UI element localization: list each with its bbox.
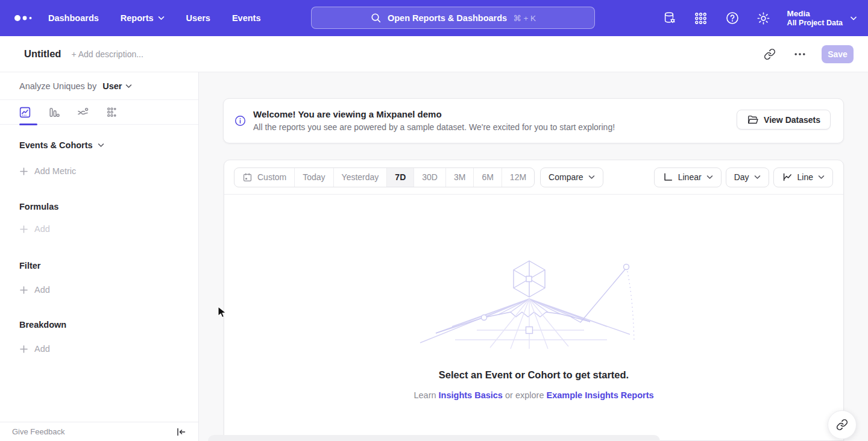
more-options-icon[interactable] (791, 46, 808, 63)
tab-flows[interactable] (75, 104, 90, 120)
search-icon (370, 12, 382, 23)
chevron-down-icon (125, 84, 132, 89)
sidebar-footer: Give Feedback (0, 422, 199, 441)
add-metric-button[interactable]: Add Metric (0, 166, 198, 176)
range-custom[interactable]: Custom (234, 168, 294, 187)
chart-toolbar: Custom Today Yesterday 7D 30D 3M 6M 12M … (224, 160, 843, 195)
tab-bar-chart[interactable] (46, 104, 61, 120)
line-chart-icon (782, 172, 793, 183)
active-tab-indicator (19, 124, 37, 125)
empty-state-subtext: Learn Insights Basics or explore Example… (224, 390, 844, 400)
plus-icon (20, 286, 28, 294)
chevron-down-icon (98, 143, 104, 148)
formulas-label: Formulas (0, 202, 198, 211)
empty-state-headline: Select an Event or Cohort to get started… (224, 369, 844, 381)
range-7d[interactable]: 7D (386, 168, 414, 187)
project-name: Media (787, 8, 843, 19)
welcome-banner: Welcome! You are viewing a Mixpanel demo… (223, 98, 844, 143)
tab-retention-grid[interactable] (104, 104, 119, 120)
add-formula-button[interactable]: Add (0, 224, 198, 234)
nav-item-events[interactable]: Events (232, 13, 261, 23)
global-search-bar[interactable]: Open Reports & Dashboards ⌘ + K (311, 7, 595, 29)
report-header: Untitled + Add description... Save (0, 36, 868, 72)
give-feedback-link[interactable]: Give Feedback (12, 427, 64, 436)
query-builder-sidebar: Analyze Uniques by User (0, 72, 199, 441)
analyze-by-dropdown[interactable]: User (102, 81, 132, 91)
nav-item-reports[interactable]: Reports (121, 13, 165, 23)
add-breakdown-button[interactable]: Add (0, 344, 198, 354)
report-title[interactable]: Untitled (24, 48, 61, 60)
analyze-uniques-label: Analyze Uniques by (19, 81, 96, 91)
data-management-icon[interactable] (662, 10, 678, 26)
view-datasets-button[interactable]: View Datasets (737, 110, 831, 130)
range-12m[interactable]: 12M (502, 168, 534, 187)
range-today[interactable]: Today (294, 168, 333, 187)
floating-copy-link-button[interactable] (828, 410, 857, 439)
project-scope: All Project Data (787, 19, 843, 28)
range-30d[interactable]: 30D (414, 168, 445, 187)
compare-dropdown[interactable]: Compare (540, 167, 603, 187)
events-cohorts-section-header[interactable]: Events & Cohorts (0, 140, 198, 150)
settings-gear-icon[interactable] (756, 10, 772, 26)
help-icon[interactable] (725, 10, 740, 26)
plus-icon (20, 225, 28, 233)
data-table-panel-edge[interactable] (208, 435, 660, 441)
filter-label: Filter (0, 261, 198, 271)
collapse-sidebar-icon[interactable] (176, 427, 186, 437)
top-navbar: Dashboards Reports Users Events Open Rep… (0, 0, 868, 36)
apps-grid-icon[interactable] (693, 10, 709, 26)
search-shortcut: ⌘ + K (513, 13, 536, 23)
report-description-placeholder[interactable]: + Add description... (71, 49, 143, 59)
chevron-down-icon (158, 16, 165, 20)
add-filter-button[interactable]: Add (0, 285, 198, 295)
plus-icon (20, 167, 28, 175)
interval-dropdown[interactable]: Day (726, 167, 769, 187)
chevron-down-icon (850, 16, 857, 21)
breakdown-label: Breakdown (0, 320, 198, 330)
nav-item-dashboards[interactable]: Dashboards (48, 13, 99, 23)
empty-state-illustration (419, 254, 648, 349)
search-placeholder: Open Reports & Dashboards (388, 13, 507, 23)
tab-insights-chart[interactable] (17, 104, 33, 120)
nav-item-users[interactable]: Users (186, 13, 210, 23)
chart-type-dropdown[interactable]: Line (773, 167, 833, 187)
chevron-down-icon (754, 175, 761, 180)
date-range-control: Custom Today Yesterday 7D 30D 3M 6M 12M (234, 167, 535, 187)
range-3m[interactable]: 3M (445, 168, 473, 187)
linear-axes-icon (662, 172, 673, 183)
welcome-subtitle: All the reports you see are powered by a… (253, 121, 615, 134)
copy-link-icon[interactable] (761, 46, 778, 63)
range-6m[interactable]: 6M (473, 168, 501, 187)
folder-icon (747, 114, 758, 125)
chevron-down-icon (588, 175, 595, 180)
mixpanel-logo-icon[interactable] (13, 14, 35, 22)
calendar-icon (242, 172, 253, 183)
chevron-down-icon (706, 175, 713, 180)
info-icon (234, 115, 246, 127)
range-yesterday[interactable]: Yesterday (333, 168, 387, 187)
chevron-down-icon (818, 175, 825, 180)
example-insights-reports-link[interactable]: Example Insights Reports (546, 390, 653, 400)
insights-basics-link[interactable]: Insights Basics (439, 390, 503, 400)
project-switcher[interactable]: Media All Project Data (787, 8, 857, 28)
save-button[interactable]: Save (822, 45, 854, 63)
welcome-title: Welcome! You are viewing a Mixpanel demo (253, 108, 615, 120)
scale-dropdown[interactable]: Linear (654, 167, 722, 187)
plus-icon (20, 345, 28, 353)
